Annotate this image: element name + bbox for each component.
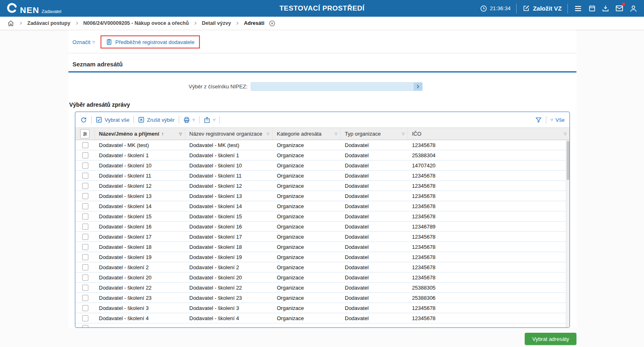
preregister-supplier-button[interactable]: Předběžně registrovat dodavatele	[101, 35, 199, 48]
toolbar-separator	[219, 116, 220, 123]
cell-name: Dodavatel - školení 16	[95, 224, 185, 230]
row-checkbox[interactable]	[82, 305, 88, 311]
nipez-input[interactable]	[251, 82, 423, 91]
cell-category: Organizace	[273, 193, 341, 199]
export-icon	[204, 116, 210, 123]
download-icon	[602, 4, 609, 12]
column-filter-icon[interactable]: ▽	[335, 132, 337, 136]
export-button[interactable]: ▽	[204, 116, 215, 123]
table-row[interactable]: Dodavatel - školení 22 Dodavatel - škole…	[75, 283, 570, 293]
scrollbar-thumb[interactable]	[567, 141, 570, 180]
column-settings-button[interactable]	[80, 129, 90, 138]
row-checkbox[interactable]	[82, 234, 88, 240]
column-header-name[interactable]: Název/Jméno a příjmení ↑ ▽	[95, 128, 185, 140]
cell-type: Dodavatel	[341, 183, 408, 189]
row-checkbox[interactable]	[82, 264, 88, 270]
filter-button[interactable]	[535, 116, 542, 123]
home-icon[interactable]	[7, 20, 14, 27]
clear-selection-button[interactable]: Zrušit výběr	[138, 116, 175, 123]
column-filter-icon[interactable]: ▽	[564, 132, 567, 136]
row-checkbox[interactable]	[82, 142, 88, 148]
row-checkbox[interactable]	[82, 163, 88, 169]
breadcrumb-item-adresati[interactable]: Adresáti	[244, 20, 264, 26]
row-checkbox[interactable]	[82, 315, 88, 321]
table-row[interactable]: Dodavatel - školení 4 Dodavatel - školen…	[75, 313, 570, 323]
filter-scope-dropdown[interactable]: ▽ Vše	[550, 117, 565, 123]
table-row[interactable]: Dodavatel - školení 12 Dodavatel - škole…	[75, 181, 570, 191]
table-body: Dodavatel - MK (test) Dodavatel - MK (te…	[75, 140, 570, 327]
table-row[interactable]: Dodavatel - školení 11 Dodavatel - škole…	[75, 171, 570, 181]
table-row[interactable]: Dodavatel - školení 2 Dodavatel - školen…	[75, 262, 570, 272]
cell-type: Dodavatel	[341, 213, 408, 220]
table-row[interactable]: Dodavatel - školení 17 Dodavatel - škole…	[75, 232, 570, 242]
row-checkbox[interactable]	[82, 213, 88, 220]
column-header-ico[interactable]: IČO ▽	[408, 128, 570, 140]
row-checkbox[interactable]	[82, 285, 88, 291]
column-header-type[interactable]: Typ organizace ▽	[341, 128, 408, 140]
row-checkbox[interactable]	[82, 173, 88, 179]
sort-ascending-icon: ↑	[161, 131, 164, 137]
table-row[interactable]: Dodavatel - školení 20 Dodavatel - škole…	[75, 272, 570, 283]
row-checkbox[interactable]	[82, 325, 88, 327]
table-row[interactable]: Dodavatel - školení 14 Dodavatel - škole…	[75, 201, 570, 211]
cell-category: Organizace	[273, 234, 341, 240]
cell-name: Dodavatel - školení 12	[95, 183, 185, 189]
row-checkbox[interactable]	[82, 275, 88, 281]
table-row[interactable]: Dodavatel - školení 1 Dodavatel - školen…	[75, 150, 570, 160]
column-filter-icon[interactable]: ▽	[179, 132, 182, 136]
refresh-button[interactable]	[80, 116, 87, 123]
cell-organization: Dodavatel - školení 23	[185, 295, 273, 301]
printer-icon	[183, 116, 190, 123]
calendar-button[interactable]	[588, 4, 596, 12]
column-header-category[interactable]: Kategorie adresáta ▽	[273, 128, 341, 140]
row-checkbox[interactable]	[82, 193, 88, 199]
print-button[interactable]: ▽	[183, 116, 195, 123]
table-row[interactable]: Dodavatel - MK (test) Dodavatel - MK (te…	[75, 140, 570, 150]
cell-category: Organizace	[273, 244, 341, 250]
table-row[interactable]: Dodavatel - školení 19 Dodavatel - škole…	[75, 252, 570, 262]
cell-organization: Dodavatel - školení 2	[185, 264, 273, 270]
mark-dropdown[interactable]: Označit ▽	[72, 39, 95, 45]
user-profile-button[interactable]	[629, 4, 637, 13]
table-row[interactable]: Dodavatel - školení 13 Dodavatel - škole…	[75, 191, 570, 201]
cell-name: Dodavatel - školení 4	[95, 315, 185, 321]
nipez-open-button[interactable]	[414, 83, 422, 90]
checkbox-checked-icon	[96, 116, 102, 123]
cell-ico: 12345678	[408, 264, 570, 270]
partial-row[interactable]	[75, 323, 570, 327]
breadcrumb-item-zadavaci-postupy[interactable]: Zadávací postupy	[27, 20, 70, 26]
column-header-organization[interactable]: Název registrované organizace ▽	[185, 128, 273, 140]
messages-button[interactable]	[615, 4, 624, 13]
row-checkbox[interactable]	[82, 254, 88, 260]
row-checkbox[interactable]	[82, 152, 88, 158]
download-button[interactable]	[602, 4, 609, 12]
table-row[interactable]: Dodavatel - školení 3 Dodavatel - školen…	[75, 303, 570, 313]
select-recipients-button[interactable]: Vybrat adresáty	[525, 333, 576, 345]
row-select-cell	[75, 305, 95, 311]
nen-logo-icon	[7, 2, 18, 13]
column-filter-icon[interactable]: ▽	[267, 132, 269, 136]
row-checkbox[interactable]	[82, 203, 88, 209]
table-row[interactable]: Dodavatel - školení 15 Dodavatel - škole…	[75, 211, 570, 222]
cell-type: Dodavatel	[341, 254, 408, 260]
table-row[interactable]: Dodavatel - školení 10 Dodavatel - škole…	[75, 160, 570, 171]
row-checkbox[interactable]	[82, 224, 88, 230]
breadcrumb-item-procedure[interactable]: N006/24/V00009205 - Nákup ovoce a ořechů	[83, 20, 189, 26]
clock-icon	[480, 5, 487, 12]
menu-button[interactable]	[574, 4, 583, 13]
create-vz-button[interactable]: Založit VZ	[522, 4, 562, 12]
table-row[interactable]: Dodavatel - školení 16 Dodavatel - škole…	[75, 222, 570, 232]
close-icon[interactable]	[269, 20, 276, 27]
chevron-right-icon	[193, 21, 197, 25]
row-checkbox[interactable]	[82, 183, 88, 189]
row-checkbox[interactable]	[82, 295, 88, 301]
vertical-scrollbar[interactable]	[566, 140, 570, 327]
table-row[interactable]: Dodavatel - školení 18 Dodavatel - škole…	[75, 242, 570, 252]
breadcrumb-item-detail-vyzvy[interactable]: Detail výzvy	[202, 20, 231, 26]
column-filter-icon[interactable]: ▽	[402, 132, 405, 136]
app-logo[interactable]: NEN Zadavatel	[7, 2, 61, 14]
cell-organization: Dodavatel - školení 3	[185, 305, 273, 311]
select-all-button[interactable]: Vybrat vše	[96, 116, 129, 123]
table-row[interactable]: Dodavatel - školení 23 Dodavatel - škole…	[75, 293, 570, 303]
row-checkbox[interactable]	[82, 244, 88, 250]
